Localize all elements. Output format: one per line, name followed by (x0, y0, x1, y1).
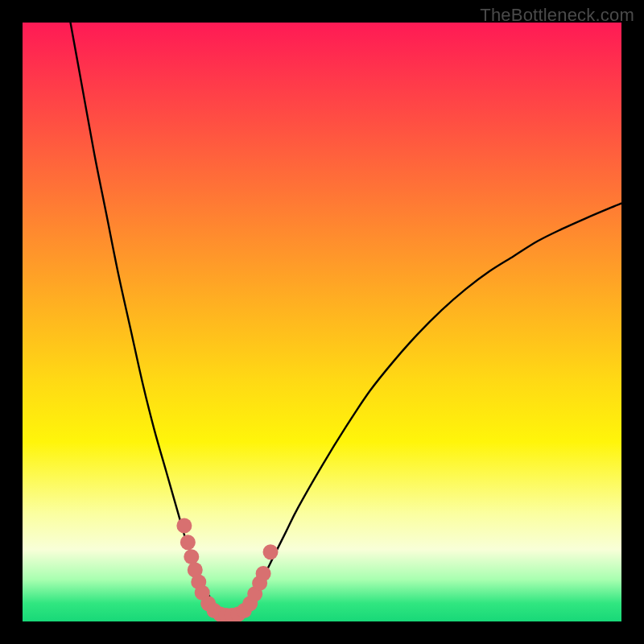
marker-point (256, 566, 271, 581)
marker-point (176, 518, 192, 533)
marker-point (180, 535, 196, 550)
curve-right (232, 204, 621, 617)
plot-area (23, 23, 621, 621)
marker-point (263, 544, 279, 559)
chart-frame: TheBottleneck.com (0, 0, 644, 644)
curve-left (71, 23, 233, 617)
curve-layer (23, 23, 621, 621)
watermark-text: TheBottleneck.com (480, 5, 634, 26)
marker-point (184, 549, 199, 564)
marker-group (176, 518, 278, 621)
